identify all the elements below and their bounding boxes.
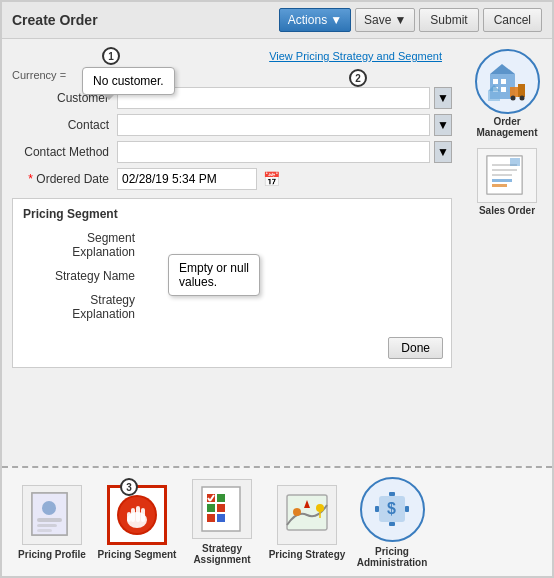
segment-explanation-label: SegmentExplanation [23, 229, 143, 259]
svg-rect-31 [141, 508, 145, 522]
tooltip-no-customer: No customer. [82, 67, 175, 95]
strategy-explanation-label: StrategyExplanation [23, 291, 143, 321]
contact-method-dropdown-arrow[interactable]: ▼ [434, 141, 452, 163]
strategy-assignment-label: Strategy Assignment [182, 543, 262, 565]
ordered-date-input-wrap: 📅 [117, 168, 452, 190]
svg-rect-10 [488, 91, 500, 101]
svg-rect-51 [389, 522, 395, 526]
svg-rect-1 [493, 79, 498, 84]
customer-dropdown-arrow[interactable]: ▼ [434, 87, 452, 109]
tooltip-empty-null: Empty or nullvalues. [168, 254, 260, 296]
svg-rect-25 [37, 529, 52, 532]
dropdown-arrow-icon: ▼ [330, 13, 342, 27]
svg-rect-2 [501, 79, 506, 84]
svg-text:$: $ [387, 500, 396, 517]
badge-3: 3 [120, 478, 138, 496]
contact-label: Contact [12, 118, 117, 132]
svg-rect-36 [207, 504, 215, 512]
order-management-icon[interactable] [475, 49, 540, 114]
bottom-pricing-profile[interactable]: Pricing Profile [12, 485, 92, 560]
svg-rect-35 [217, 494, 225, 502]
svg-rect-4 [501, 87, 506, 92]
badge-2: 2 [349, 69, 367, 87]
view-pricing-strategy-link[interactable]: View Pricing Strategy and Segment [269, 50, 447, 62]
svg-rect-32 [127, 512, 131, 522]
contact-method-input-wrap: ▼ [117, 141, 452, 163]
svg-rect-17 [492, 179, 512, 182]
pricing-admin-label: Pricing Administration [352, 546, 432, 568]
header: Create Order Actions ▼ Save ▼ Submit Can… [2, 2, 552, 39]
calendar-icon[interactable]: 📅 [261, 169, 281, 189]
contact-method-label: Contact Method [12, 145, 117, 159]
svg-rect-23 [37, 518, 62, 522]
badge-1: 1 [102, 47, 120, 65]
contact-select[interactable] [117, 114, 430, 136]
body-area: 1 No customer. 2 View Pricing Strategy a… [2, 39, 552, 466]
svg-rect-39 [217, 514, 225, 522]
svg-point-43 [293, 508, 301, 516]
pricing-strategy-icon [277, 485, 337, 545]
cancel-button[interactable]: Cancel [483, 8, 542, 32]
pricing-admin-icon: $ [360, 477, 425, 542]
svg-rect-18 [492, 184, 507, 187]
svg-rect-52 [375, 506, 379, 512]
currency-row: Currency = [12, 69, 452, 81]
svg-rect-30 [136, 506, 140, 522]
svg-rect-53 [405, 506, 409, 512]
pricing-segment-icon [107, 485, 167, 545]
page-title: Create Order [12, 12, 98, 28]
order-management-label: Order Management [467, 116, 547, 138]
svg-rect-50 [389, 492, 395, 496]
strategy-name-label: Strategy Name [23, 267, 143, 283]
svg-marker-5 [490, 64, 515, 74]
contact-method-select[interactable] [117, 141, 430, 163]
pricing-strategy-label: Pricing Strategy [269, 549, 346, 560]
save-button[interactable]: Save ▼ [355, 8, 415, 32]
header-buttons: Actions ▼ Save ▼ Submit Cancel [279, 8, 542, 32]
ordered-date-row: Ordered Date 📅 [12, 168, 452, 190]
bottom-bar: 3 Pricing Profile [2, 466, 552, 576]
strategy-assignment-icon [192, 479, 252, 539]
bottom-pricing-admin[interactable]: $ Pricing Administration [352, 477, 432, 568]
order-management-item: Order Management [467, 49, 547, 138]
svg-rect-38 [207, 514, 215, 522]
contact-dropdown-arrow[interactable]: ▼ [434, 114, 452, 136]
contact-input-wrap: ▼ [117, 114, 452, 136]
bottom-strategy-assignment[interactable]: Strategy Assignment [182, 479, 262, 565]
pricing-segment-box: Pricing Segment SegmentExplanation Strat… [12, 198, 452, 368]
ordered-date-input[interactable] [117, 168, 257, 190]
sales-order-item: Sales Order [477, 148, 537, 216]
pricing-profile-label: Pricing Profile [18, 549, 86, 560]
svg-rect-29 [131, 508, 135, 522]
svg-rect-19 [510, 158, 520, 166]
right-sidebar: Order Management [462, 39, 552, 466]
sales-order-label: Sales Order [479, 205, 535, 216]
svg-rect-7 [518, 84, 525, 97]
pricing-segment-title: Pricing Segment [23, 207, 441, 221]
submit-button[interactable]: Submit [419, 8, 478, 32]
pricing-segment-label: Pricing Segment [98, 549, 177, 560]
contact-method-row: Contact Method ▼ [12, 141, 452, 163]
actions-button[interactable]: Actions ▼ [279, 8, 351, 32]
svg-point-22 [42, 501, 56, 515]
svg-point-45 [316, 504, 324, 512]
bottom-pricing-strategy[interactable]: Pricing Strategy [267, 485, 347, 560]
ordered-date-label: Ordered Date [12, 172, 117, 186]
pricing-profile-icon [22, 485, 82, 545]
svg-point-8 [510, 96, 515, 101]
customer-row: Customer ▼ [12, 87, 452, 109]
form-area: 1 No customer. 2 View Pricing Strategy a… [2, 39, 462, 466]
done-button[interactable]: Done [388, 337, 443, 359]
main-container: Create Order Actions ▼ Save ▼ Submit Can… [0, 0, 554, 578]
bottom-pricing-segment[interactable]: Pricing Segment [97, 485, 177, 560]
svg-point-9 [519, 96, 524, 101]
svg-rect-37 [217, 504, 225, 512]
sales-order-icon[interactable] [477, 148, 537, 203]
save-dropdown-icon: ▼ [394, 13, 406, 27]
contact-row: Contact ▼ [12, 114, 452, 136]
svg-rect-24 [37, 524, 57, 527]
